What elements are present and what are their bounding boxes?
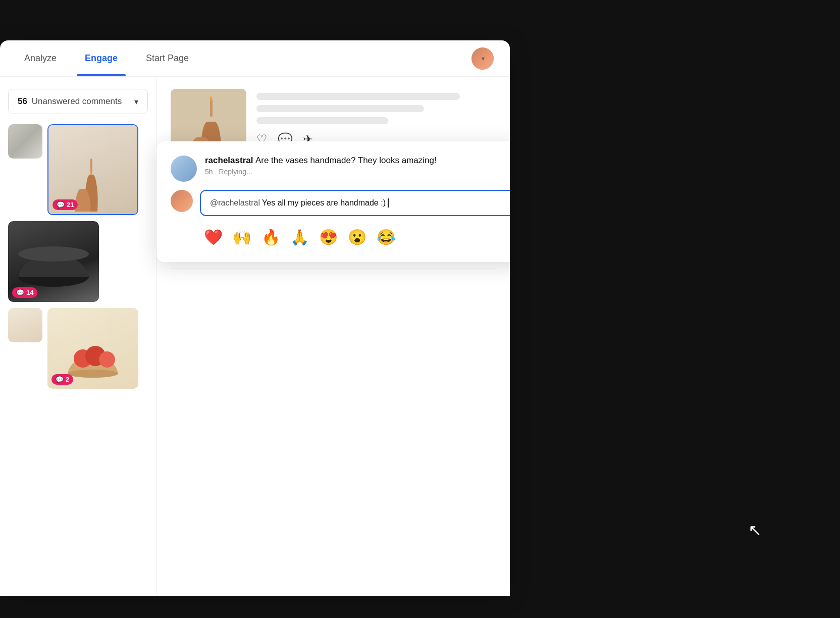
- tab-engage[interactable]: Engage: [77, 41, 126, 76]
- text-cursor: [388, 198, 389, 208]
- left-sidebar: 56 Unanswered comments ▾: [0, 77, 156, 596]
- post-thumb-bowl[interactable]: 💬 14: [8, 221, 99, 302]
- svg-rect-9: [210, 99, 213, 117]
- avatar-chevron-icon: ▾: [482, 55, 485, 62]
- emoji-pray[interactable]: 🙏: [286, 226, 313, 248]
- skeleton-line-1: [256, 93, 460, 100]
- post-thumb-vase-selected[interactable]: 💬 21: [47, 124, 138, 215]
- emoji-reply-row: ❤️ 🙌 🔥 🙏 😍 😮 😂 Reply now: [171, 224, 510, 250]
- comment-badge-14: 💬 14: [12, 287, 37, 298]
- mouse-cursor-icon: ↖: [748, 521, 762, 540]
- commenter-info: rachelastral Are the vases handmade? The…: [205, 156, 510, 176]
- reply-avatar: [171, 190, 193, 212]
- post-row-1: 💬 21: [8, 124, 148, 215]
- emoji-heart-eyes[interactable]: 😍: [315, 226, 342, 248]
- skeleton-line-3: [256, 117, 388, 124]
- commenter-row: rachelastral Are the vases handmade? The…: [171, 156, 510, 182]
- comment-badge-21: 💬 21: [52, 199, 78, 210]
- emoji-laughing-tears[interactable]: 😂: [373, 226, 399, 248]
- top-nav: Analyze Engage Start Page ▾: [0, 40, 510, 77]
- filter-dropdown[interactable]: 56 Unanswered comments ▾: [8, 89, 148, 114]
- post-thumb-extra[interactable]: [8, 308, 42, 342]
- svg-rect-0: [90, 159, 92, 174]
- unanswered-count: 56: [18, 96, 27, 106]
- post-thumb-fruit[interactable]: 💬 2: [47, 308, 138, 389]
- post-row-3: 💬 2: [8, 308, 148, 389]
- reply-area: @rachelastral Yes all my pieces are hand…: [171, 190, 510, 216]
- comment-timeago: 5h: [205, 168, 213, 176]
- unanswered-label: Unanswered comments: [32, 96, 122, 106]
- active-comment-card: rachelastral Are the vases handmade? The…: [156, 141, 510, 262]
- reply-input-text: @rachelastral Yes all my pieces are hand…: [210, 198, 389, 208]
- emoji-heart[interactable]: ❤️: [200, 226, 227, 248]
- comment-bubble-icon-3: 💬: [56, 376, 64, 383]
- mention-tag: @rachelastral: [210, 198, 260, 207]
- app-container: Analyze Engage Start Page ▾ 56 Unanswere…: [0, 40, 510, 596]
- replying-status: Replying...: [219, 168, 252, 176]
- emoji-surprised[interactable]: 😮: [344, 226, 371, 248]
- svg-point-4: [68, 370, 118, 378]
- svg-point-10: [210, 96, 212, 101]
- tab-start-page[interactable]: Start Page: [138, 41, 197, 76]
- skeleton-line-2: [256, 105, 424, 112]
- post-row-2: 💬 14: [8, 221, 148, 302]
- commenter-username: rachelastral: [205, 156, 253, 165]
- reply-input[interactable]: @rachelastral Yes all my pieces are hand…: [200, 190, 510, 216]
- svg-point-7: [99, 351, 115, 368]
- svg-point-3: [18, 246, 89, 262]
- post-thumb-stone[interactable]: [8, 124, 42, 159]
- reply-content: Yes all my pieces are handmade :): [262, 198, 386, 207]
- tab-analyze[interactable]: Analyze: [16, 41, 65, 76]
- commenter-status: 5h Replying...: [205, 168, 510, 176]
- dropdown-chevron-icon: ▾: [134, 97, 138, 107]
- emoji-hands-up[interactable]: 🙌: [229, 226, 255, 248]
- comment-bubble-icon-2: 💬: [16, 289, 24, 296]
- avatar[interactable]: ▾: [471, 47, 494, 70]
- emoji-row: ❤️ 🙌 🔥 🙏 😍 😮 😂: [200, 226, 399, 248]
- post-grid: 💬 21: [8, 124, 148, 389]
- emoji-fire[interactable]: 🔥: [257, 226, 284, 248]
- comment-bubble-icon: 💬: [57, 201, 65, 209]
- commenter-avatar: [171, 156, 197, 182]
- commenter-comment-text: Are the vases handmade? They looks amazi…: [255, 156, 437, 165]
- commenter-name-comment: rachelastral Are the vases handmade? The…: [205, 156, 510, 166]
- comment-badge-2: 💬 2: [51, 374, 73, 385]
